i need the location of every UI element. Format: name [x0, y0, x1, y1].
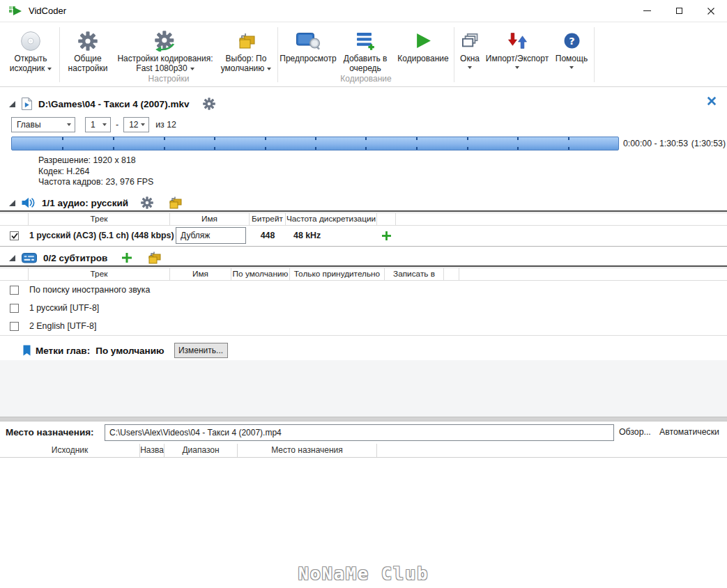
audio-col-samplerate: Частота дискретизации [286, 213, 377, 225]
source-expander[interactable] [9, 101, 15, 107]
preview-label: Предпросмотр [280, 54, 336, 63]
chevron-down-icon [190, 68, 194, 70]
import-export-label: Импорт/Экспорт [486, 54, 549, 63]
edit-chapters-button[interactable]: Изменить... [174, 343, 228, 358]
queue-table-header: Исходник Назва Диапазон Место назначения [0, 444, 727, 458]
queue-col-name: Назва [140, 444, 164, 457]
open-source-label-line2: исходник [10, 63, 52, 73]
sub-col-name: Имя [170, 268, 231, 280]
ribbon-separator [454, 27, 454, 82]
destination-label: Место назначения: [6, 427, 94, 438]
subtitles-expander[interactable] [9, 255, 15, 261]
resolution-line: Разрешение: 1920 x 818 [38, 155, 153, 167]
open-source-button[interactable]: Открыть исходник [3, 24, 59, 73]
add-to-queue-button[interactable]: Добавить в очередь [337, 24, 393, 73]
ribbon-group-label-encoding: Кодирование [279, 73, 453, 86]
minimize-button[interactable] [631, 0, 663, 22]
subtitle-checkbox[interactable] [10, 322, 19, 331]
audio-bitrate-value: 448 [250, 231, 286, 240]
audio-section-divider [0, 210, 727, 212]
audio-name-input[interactable] [176, 227, 246, 244]
import-export-button[interactable]: Импорт/Экспорт [484, 24, 550, 73]
maximize-icon [676, 8, 682, 14]
preview-icon [296, 32, 321, 50]
encoding-settings-label-line1: Настройки кодирования: [117, 54, 213, 63]
source-info: Разрешение: 1920 x 818 Кодек: H.264 Част… [38, 155, 153, 188]
chapter-to-dropdown[interactable]: 12 [123, 117, 149, 132]
subtitle-checkbox[interactable] [10, 304, 19, 313]
subtitle-track-label: 2 English [UTF-8] [29, 321, 96, 331]
video-file-icon [22, 98, 32, 110]
general-settings-button[interactable]: Общие настройки [61, 24, 115, 73]
encoding-settings-button[interactable]: Настройки кодирования: Fast 1080p30 [115, 24, 215, 73]
source-close-icon[interactable] [707, 96, 717, 106]
add-to-queue-label-line1: Добавить в [344, 54, 388, 63]
preview-button[interactable]: Предпросмотр [279, 24, 337, 73]
subtitle-track-label: 1 русский [UTF-8] [29, 303, 99, 313]
maximize-button[interactable] [663, 0, 695, 22]
import-export-icon [508, 32, 527, 49]
ribbon-separator [277, 27, 278, 82]
chevron-down-icon [468, 66, 472, 69]
audio-row-divider [0, 246, 727, 247]
vidcoder-window: VidCoder Открыть исходник Общи [0, 0, 727, 588]
windows-label: Окна [460, 54, 480, 63]
minimize-icon [643, 10, 651, 11]
subtitles-icon [22, 253, 37, 263]
encode-label: Кодирование [397, 54, 448, 63]
ribbon-separator [59, 27, 60, 82]
subtitle-checkbox[interactable] [10, 286, 19, 295]
general-settings-label-line1: Общие [74, 54, 101, 63]
range-dash: - [116, 120, 118, 130]
add-subtitle-icon[interactable] [122, 253, 132, 263]
help-button[interactable]: Помощь [550, 24, 593, 73]
queue-col-range: Диапазон [164, 444, 238, 457]
help-icon [563, 32, 581, 49]
chapter-markers-value: По умолчанию [95, 346, 164, 356]
disc-icon [20, 31, 41, 52]
subtitles-table-header: Трек Имя По умолчанию Только принудитель… [0, 268, 727, 281]
framerate-line: Частота кадров: 23, 976 FPS [38, 177, 153, 188]
add-to-queue-label-line2: очередь [349, 63, 381, 73]
windows-menu-button[interactable]: Окна [455, 24, 484, 73]
subtitles-copy-folder-icon[interactable] [147, 252, 161, 264]
ribbon-group-label-settings: Настройки [61, 73, 277, 86]
encoding-settings-label-line2: Fast 1080p30 [136, 63, 194, 73]
audio-settings-gear-icon[interactable] [141, 196, 153, 209]
folders-icon [236, 33, 256, 49]
bookmark-icon [23, 345, 31, 356]
audio-expander[interactable] [9, 200, 15, 206]
chevron-down-icon [267, 68, 271, 70]
audio-track-checkbox[interactable] [10, 231, 19, 240]
destination-input[interactable] [105, 424, 614, 441]
close-icon [707, 8, 714, 15]
chapter-from-dropdown[interactable]: 1 [85, 117, 111, 132]
audio-copy-folder-icon[interactable] [168, 196, 182, 209]
windows-icon [461, 33, 479, 49]
add-audio-track-icon[interactable] [382, 231, 391, 240]
audio-track-row: 1 русский (AC3) (5.1 ch) (448 kbps) 448 … [0, 226, 727, 246]
chevron-down-icon [47, 68, 52, 70]
splitter-bar[interactable] [0, 417, 727, 421]
codec-line: Кодек: H.264 [38, 167, 153, 178]
check-icon [11, 233, 18, 239]
queue-col-destination: Место назначения [238, 444, 377, 457]
audio-samplerate-value: 48 kHz [293, 231, 321, 240]
duration-label: (1:30:53) [691, 139, 726, 148]
sub-col-default: По умолчанию [231, 268, 290, 280]
browse-button[interactable]: Обзор... [619, 427, 651, 437]
source-settings-gear-icon[interactable] [203, 98, 215, 110]
auto-name-button[interactable]: Автоматически [659, 427, 719, 437]
subtitle-row-foreign-audio: По поиску иностранного звука [0, 281, 727, 299]
range-type-dropdown[interactable]: Главы [11, 117, 75, 132]
chapter-from-value: 1 [91, 120, 95, 130]
subtitle-track-label: По поиску иностранного звука [29, 285, 150, 295]
encode-button[interactable]: Кодирование [393, 24, 453, 73]
audio-track-label: 1 русский (AC3) (5.1 ch) (448 kbps) [29, 231, 174, 240]
gear-arrow-icon [155, 31, 176, 52]
audio-speaker-icon [22, 197, 36, 208]
picker-button[interactable]: Выбор: По умолчанию [215, 24, 277, 73]
close-button[interactable] [695, 0, 727, 22]
subtitle-row-english: 2 English [UTF-8] [0, 317, 727, 335]
subtitle-row-russian: 1 русский [UTF-8] [0, 299, 727, 317]
